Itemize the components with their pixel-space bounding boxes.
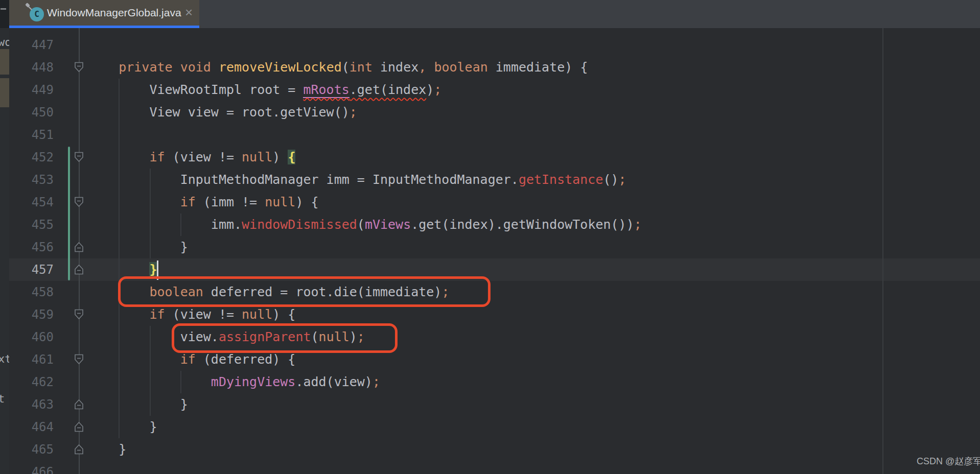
- fold-collapse-icon[interactable]: [74, 309, 84, 320]
- token-decl: removeViewLocked: [219, 60, 342, 75]
- token-d: .add(view): [295, 374, 372, 389]
- fold-collapse-icon[interactable]: [74, 152, 84, 162]
- token-d: [426, 60, 434, 75]
- tab-close-icon[interactable]: ×: [185, 0, 193, 26]
- code-line[interactable]: 466: [0, 461, 980, 474]
- token-field: mDyingViews: [211, 374, 296, 389]
- fold-collapse-icon[interactable]: [74, 62, 84, 73]
- token-field: mViews: [365, 217, 411, 232]
- token-brace: }: [149, 262, 157, 277]
- token-d: ) {: [565, 60, 588, 75]
- fold-end-icon[interactable]: [74, 264, 84, 275]
- line-number[interactable]: 454: [15, 191, 54, 214]
- code-line[interactable]: 461 if (deferred) {: [0, 348, 980, 371]
- line-number[interactable]: 463: [15, 393, 54, 416]
- fold-end-icon[interactable]: [74, 399, 84, 410]
- line-number[interactable]: 447: [15, 34, 54, 56]
- code-text[interactable]: }: [88, 236, 188, 258]
- code-text[interactable]: if (imm != null) {: [88, 191, 319, 214]
- line-number[interactable]: 453: [15, 169, 54, 191]
- token-d: InputMethodManager imm = InputMethodMana…: [180, 172, 519, 187]
- fold-end-icon[interactable]: [74, 242, 84, 252]
- token-err: getInstance: [519, 172, 603, 187]
- code-text[interactable]: if (view != null) {: [88, 146, 295, 169]
- line-number[interactable]: 448: [15, 56, 54, 79]
- code-line[interactable]: 464 }: [0, 416, 980, 438]
- code-text[interactable]: }: [88, 416, 157, 438]
- line-number[interactable]: 452: [15, 146, 54, 169]
- code-text[interactable]: View view = root.getView();: [88, 101, 357, 124]
- token-d: ) {: [295, 195, 318, 209]
- token-d: }: [180, 397, 188, 412]
- code-line[interactable]: 448 private void removeViewLocked(int in…: [0, 56, 980, 79]
- token-d: (imm !=: [196, 195, 265, 209]
- token-d: .get(index: [349, 82, 427, 97]
- error-squiggle: mRoots: [303, 82, 349, 98]
- fold-collapse-icon[interactable]: [74, 197, 84, 207]
- code-line[interactable]: 456 }: [0, 236, 980, 258]
- watermark: CSDN @赵彦军: [917, 455, 980, 467]
- code-text[interactable]: InputMethodManager imm = InputMethodMana…: [88, 169, 626, 191]
- token-d: (view !=: [165, 307, 242, 322]
- line-number[interactable]: 461: [15, 348, 54, 371]
- code-line[interactable]: 460 view.assignParent(null);: [0, 326, 980, 348]
- code-text[interactable]: }: [88, 438, 126, 461]
- line-number[interactable]: 451: [15, 124, 54, 146]
- token-d: ViewRootImpl root =: [149, 82, 303, 97]
- token-kw: int: [349, 60, 372, 75]
- code-text[interactable]: private void removeViewLocked(int index,…: [88, 56, 588, 79]
- code-text[interactable]: ViewRootImpl root = mRoots.get(index);: [88, 79, 441, 101]
- tab-windowmanagerglobal[interactable]: C WindowManagerGlobal.java ×: [9, 0, 199, 28]
- code-text[interactable]: imm.windowDismissed(mViews.get(index).ge…: [88, 214, 642, 236]
- code-line[interactable]: 447: [0, 34, 980, 56]
- line-number[interactable]: 465: [15, 438, 54, 461]
- token-d: ): [272, 150, 288, 164]
- line-number[interactable]: 464: [15, 416, 54, 438]
- token-d: (): [603, 172, 618, 187]
- line-number[interactable]: 459: [15, 303, 54, 326]
- token-d: [173, 60, 180, 75]
- code-line[interactable]: 454 if (imm != null) {: [0, 191, 980, 214]
- line-number[interactable]: 455: [15, 214, 54, 236]
- line-number[interactable]: 457: [15, 258, 54, 281]
- line-number[interactable]: 460: [15, 326, 54, 348]
- code-line[interactable]: 452 if (view != null) {: [0, 146, 980, 169]
- line-number[interactable]: 450: [15, 101, 54, 124]
- token-brace: {: [288, 150, 295, 164]
- token-kw: null: [265, 195, 295, 209]
- line-number[interactable]: 462: [15, 371, 54, 393]
- line-number[interactable]: 458: [15, 281, 54, 303]
- token-d: (: [342, 60, 349, 75]
- fold-end-icon[interactable]: [74, 444, 84, 455]
- token-field: mRoots: [303, 82, 349, 98]
- tab-title: WindowManagerGlobal.java: [47, 0, 181, 26]
- error-squiggle: .get(index: [349, 82, 427, 97]
- code-line[interactable]: 451: [0, 124, 980, 146]
- ide-window: 447448 private void removeViewLocked(int…: [0, 0, 980, 474]
- line-number[interactable]: 449: [15, 79, 54, 101]
- code-line[interactable]: 453 InputMethodManager imm = InputMethod…: [0, 169, 980, 191]
- token-kw: ;: [619, 172, 626, 187]
- token-kw: if: [180, 195, 196, 209]
- code-line[interactable]: 450 View view = root.getView();: [0, 101, 980, 124]
- line-number[interactable]: 456: [15, 236, 54, 258]
- token-d: .get(index).getWindowToken()): [411, 217, 634, 232]
- token-kw: void: [180, 60, 211, 75]
- line-number[interactable]: 466: [15, 461, 54, 474]
- token-kw: boolean: [434, 60, 487, 75]
- fold-end-icon[interactable]: [74, 421, 84, 432]
- code-line[interactable]: 463 }: [0, 393, 980, 416]
- code-line[interactable]: 465 }: [0, 438, 980, 461]
- fold-collapse-icon[interactable]: [74, 354, 84, 365]
- code-text[interactable]: }: [88, 393, 188, 416]
- token-d: (view !=: [165, 150, 242, 164]
- token-d: ) {: [272, 307, 295, 322]
- code-line[interactable]: 462 mDyingViews.add(view);: [0, 371, 980, 393]
- code-line[interactable]: 455 imm.windowDismissed(mViews.get(index…: [0, 214, 980, 236]
- token-d: immediate: [488, 60, 565, 75]
- pin-icon[interactable]: [25, 3, 34, 12]
- code-text[interactable]: mDyingViews.add(view);: [88, 371, 380, 393]
- code-line[interactable]: 449 ViewRootImpl root = mRoots.get(index…: [0, 79, 980, 101]
- token-kw: null: [242, 150, 272, 164]
- clipped-text-fragment: xt: [0, 352, 9, 365]
